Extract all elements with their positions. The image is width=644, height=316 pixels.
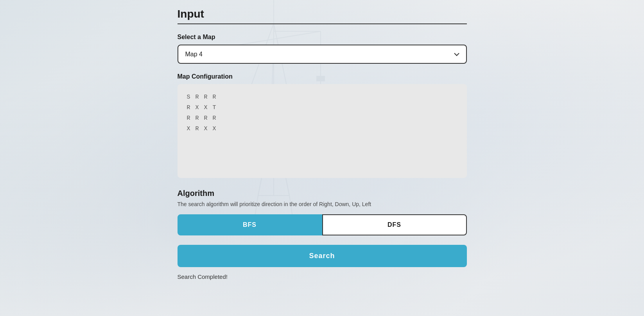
- algorithm-buttons: BFS DFS: [178, 214, 467, 235]
- select-map-label: Select a Map: [178, 34, 467, 41]
- section-divider: [178, 23, 467, 24]
- dfs-button[interactable]: DFS: [322, 214, 467, 235]
- search-button[interactable]: Search: [178, 245, 467, 267]
- algorithm-description: The search algorithm will prioritize dir…: [178, 201, 467, 207]
- map-select[interactable]: Map 1Map 2Map 3Map 4Map 5: [178, 45, 467, 64]
- search-status: Search Completed!: [178, 273, 228, 280]
- map-config-label: Map Configuration: [178, 73, 467, 80]
- section-title: Input: [178, 8, 467, 20]
- bfs-button[interactable]: BFS: [178, 214, 322, 235]
- algorithm-label: Algorithm: [178, 189, 467, 198]
- map-config-display: S R R RR X X TR R R RX R X X: [178, 84, 467, 178]
